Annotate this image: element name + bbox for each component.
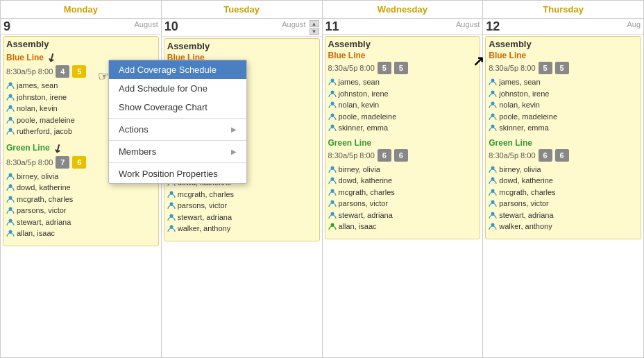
- context-menu-item[interactable]: Actions▶: [109, 120, 246, 139]
- context-menu-overlay: ☞↗Add Coverage ScheduleAdd Schedule for …: [1, 1, 643, 357]
- menu-item-label: Add Schedule for One: [119, 83, 207, 94]
- callout-arrow: ↗: [473, 53, 484, 69]
- menu-separator: [109, 140, 246, 141]
- menu-item-label: Members: [119, 146, 156, 157]
- cursor-hand: ☞: [98, 69, 109, 84]
- menu-item-label: Show Coverage Chart: [119, 102, 207, 112]
- context-menu-item[interactable]: Show Coverage Chart: [109, 98, 246, 117]
- context-menu-item[interactable]: Add Schedule for One: [109, 79, 246, 98]
- menu-item-label: Add Coverage Schedule: [119, 65, 217, 75]
- submenu-arrow-icon: ▶: [231, 148, 237, 155]
- menu-separator: [109, 162, 246, 163]
- menu-item-label: Work Position Properties: [119, 169, 218, 179]
- context-menu: Add Coverage ScheduleAdd Schedule for On…: [108, 60, 247, 184]
- calendar-container: MondayTuesdayWednesdayThursday 9AugustAs…: [0, 0, 644, 358]
- submenu-arrow-icon: ▶: [231, 126, 237, 133]
- context-menu-item[interactable]: Work Position Properties: [109, 164, 246, 183]
- context-menu-item[interactable]: Add Coverage Schedule: [109, 60, 246, 79]
- menu-separator: [109, 118, 246, 119]
- menu-item-label: Actions: [119, 124, 149, 135]
- context-menu-item[interactable]: Members▶: [109, 142, 246, 161]
